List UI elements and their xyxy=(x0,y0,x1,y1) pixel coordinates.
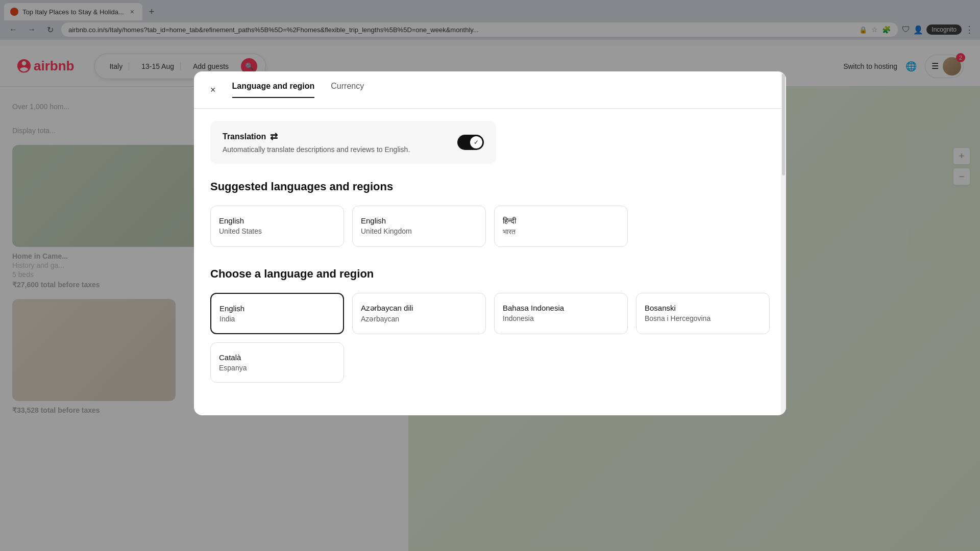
translation-toggle[interactable]: ✓ xyxy=(457,135,484,150)
language-grid: English India Azərbaycan dili Azərbaycan… xyxy=(210,293,770,383)
language-option-azerbaijani[interactable]: Azərbaycan dili Azərbaycan xyxy=(352,293,486,334)
suggested-language-english-uk[interactable]: English United Kingdom xyxy=(352,206,486,247)
modal-scrollbar-thumb xyxy=(782,73,785,176)
suggested-languages-grid: English United States English United Kin… xyxy=(210,206,770,247)
lang-region: Bosna i Hercegovina xyxy=(645,314,761,322)
lang-name: Bahasa Indonesia xyxy=(503,304,619,312)
modal-scrollbar[interactable] xyxy=(781,71,786,415)
modal-overlay: × Language and region Currency Translati… xyxy=(0,0,980,551)
translation-desc: Automatically translate descriptions and… xyxy=(223,145,410,154)
language-option-english-india[interactable]: English India xyxy=(210,293,344,334)
suggested-language-english-us[interactable]: English United States xyxy=(210,206,344,247)
lang-region: Espanya xyxy=(219,364,335,372)
choose-section-title: Choose a language and region xyxy=(210,267,770,281)
language-option-bosnian[interactable]: Bosanski Bosna i Hercegovina xyxy=(636,293,770,334)
suggested-lang-region: भारत xyxy=(503,228,619,236)
suggested-lang-name: English xyxy=(219,216,335,225)
lang-region: India xyxy=(219,315,335,323)
tab-currency[interactable]: Currency xyxy=(331,82,364,98)
lang-name: Azərbaycan dili xyxy=(361,304,477,313)
translation-left: Translation ⇄ Automatically translate de… xyxy=(223,131,410,154)
translate-icon: ⇄ xyxy=(270,131,278,142)
language-region-modal: × Language and region Currency Translati… xyxy=(194,71,786,415)
check-icon: ✓ xyxy=(474,139,479,146)
suggested-lang-region: United States xyxy=(219,227,335,235)
language-option-catala[interactable]: Català Espanya xyxy=(210,342,344,383)
suggested-language-hindi[interactable]: हिन्दी भारत xyxy=(494,206,628,247)
tab-language-region[interactable]: Language and region xyxy=(232,82,315,98)
modal-body: Translation ⇄ Automatically translate de… xyxy=(194,109,786,415)
lang-name: English xyxy=(219,304,335,313)
translation-card: Translation ⇄ Automatically translate de… xyxy=(210,121,496,164)
suggested-section-title: Suggested languages and regions xyxy=(210,180,770,193)
lang-name: Català xyxy=(219,353,335,362)
lang-name: Bosanski xyxy=(645,304,761,312)
suggested-lang-name: English xyxy=(361,216,477,225)
suggested-lang-region: United Kingdom xyxy=(361,227,477,235)
language-option-bahasa[interactable]: Bahasa Indonesia Indonesia xyxy=(494,293,628,334)
toggle-thumb: ✓ xyxy=(470,136,482,148)
modal-close-button[interactable]: × xyxy=(206,83,220,97)
lang-region: Azərbaycan xyxy=(361,315,477,323)
modal-header: × Language and region Currency xyxy=(194,71,786,109)
translation-label: Translation xyxy=(223,132,266,141)
modal-tabs: Language and region Currency xyxy=(232,82,364,98)
suggested-lang-name: हिन्दी xyxy=(503,216,619,226)
lang-region: Indonesia xyxy=(503,314,619,322)
translation-title: Translation ⇄ xyxy=(223,131,410,142)
